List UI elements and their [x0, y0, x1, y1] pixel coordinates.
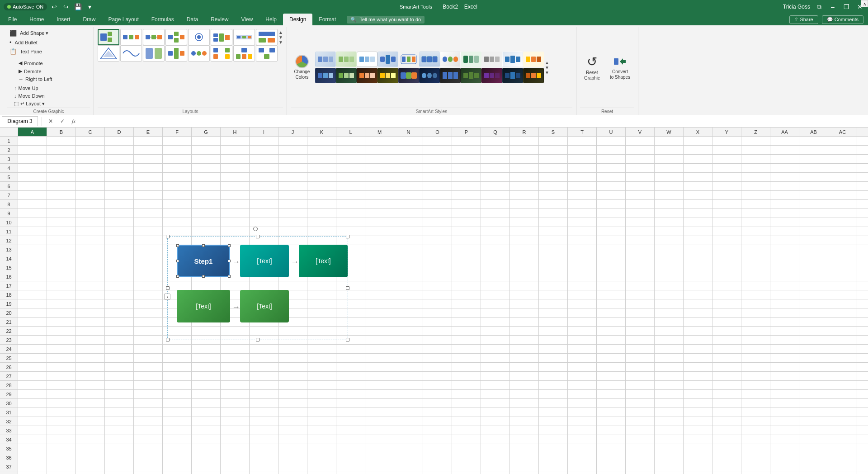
- col-header-M[interactable]: M: [365, 128, 394, 136]
- row-num-21[interactable]: 21: [0, 318, 18, 327]
- col-header-D[interactable]: D: [105, 128, 134, 136]
- style-12[interactable]: [315, 68, 336, 83]
- style-13[interactable]: [336, 68, 357, 83]
- style-18[interactable]: [440, 68, 461, 83]
- node-handle-tm[interactable]: [202, 244, 205, 247]
- style-20[interactable]: [481, 68, 502, 83]
- node-handle-ml[interactable]: [176, 260, 179, 262]
- smartart-container[interactable]: ‹ Step1: [167, 236, 348, 340]
- row-num-28[interactable]: 28: [0, 381, 18, 390]
- row-num-25[interactable]: 25: [0, 354, 18, 363]
- node4[interactable]: [Text]: [177, 290, 230, 322]
- col-header-G[interactable]: G: [192, 128, 221, 136]
- minimize-btn[interactable]: –: [828, 2, 837, 11]
- row-num-12[interactable]: 12: [0, 236, 18, 245]
- node-handle-mr[interactable]: [228, 260, 231, 262]
- col-header-F[interactable]: F: [163, 128, 192, 136]
- row-num-26[interactable]: 26: [0, 363, 18, 372]
- layouts-more[interactable]: ▼: [278, 40, 283, 45]
- col-header-B[interactable]: B: [47, 128, 76, 136]
- col-header-C[interactable]: C: [76, 128, 105, 136]
- col-header-J[interactable]: J: [278, 128, 307, 136]
- col-header-H[interactable]: H: [221, 128, 250, 136]
- layouts-scroll-up[interactable]: ▲: [278, 30, 283, 35]
- node-handle-bm[interactable]: [202, 275, 205, 278]
- row-num-31[interactable]: 31: [0, 408, 18, 417]
- style-22[interactable]: [523, 68, 544, 83]
- convert-to-shapes-btn[interactable]: Convertto Shapes: [606, 52, 634, 82]
- node-handle-bl[interactable]: [176, 275, 179, 278]
- save-btn[interactable]: 💾: [73, 2, 82, 11]
- formula-input[interactable]: [80, 118, 866, 124]
- tab-help[interactable]: Help: [259, 14, 283, 25]
- row-num-4[interactable]: 4: [0, 164, 18, 173]
- col-header-AB[interactable]: AB: [799, 128, 828, 136]
- layout-item-15[interactable]: [233, 45, 255, 62]
- layout-item-12[interactable]: [165, 45, 187, 62]
- tab-page-layout[interactable]: Page Layout: [102, 14, 145, 25]
- row-num-19[interactable]: 19: [0, 299, 18, 308]
- style-19[interactable]: [461, 68, 481, 83]
- autosave-badge[interactable]: AutoSave ON: [4, 3, 47, 10]
- style-2[interactable]: [336, 52, 357, 67]
- col-header-V[interactable]: V: [626, 128, 655, 136]
- layout-item-4[interactable]: [165, 29, 187, 45]
- style-5[interactable]: [398, 52, 419, 67]
- row-num-18[interactable]: 18: [0, 290, 18, 299]
- node-handle-br[interactable]: [228, 275, 231, 278]
- layout-item-1[interactable]: [98, 29, 119, 45]
- search-bar[interactable]: 🔍 Tell me what you want to do: [347, 16, 425, 24]
- redo-btn[interactable]: ↪: [61, 2, 71, 11]
- col-header-L[interactable]: L: [336, 128, 365, 136]
- row-num-15[interactable]: 15: [0, 263, 18, 272]
- node-handle-tr[interactable]: [228, 244, 231, 247]
- col-header-K[interactable]: K: [307, 128, 336, 136]
- row-num-2[interactable]: 2: [0, 146, 18, 155]
- layout-item-5[interactable]: [188, 29, 210, 45]
- row-num-14[interactable]: 14: [0, 254, 18, 263]
- row-num-32[interactable]: 32: [0, 417, 18, 426]
- col-header-U[interactable]: U: [597, 128, 626, 136]
- confirm-formula-btn[interactable]: ✓: [57, 117, 67, 125]
- col-header-Z[interactable]: Z: [741, 128, 770, 136]
- maximize-btn[interactable]: ❐: [842, 2, 851, 11]
- layout-item-10[interactable]: [120, 45, 142, 62]
- add-shape-btn[interactable]: ⬛ Add Shape ▾: [7, 29, 51, 38]
- row-num-17[interactable]: 17: [0, 281, 18, 290]
- row-num-5[interactable]: 5: [0, 173, 18, 182]
- layout-btn[interactable]: ⬚ ↵ Layout ▾: [12, 100, 47, 108]
- col-header-P[interactable]: P: [452, 128, 481, 136]
- tab-data[interactable]: Data: [180, 14, 204, 25]
- layout-item-3[interactable]: [143, 29, 165, 45]
- ribbon-display-btn[interactable]: ⧉: [815, 2, 824, 11]
- text-pane-btn[interactable]: 📋 Text Pane: [7, 47, 44, 56]
- change-colors-btn[interactable]: ChangeColors: [291, 52, 313, 82]
- row-num-13[interactable]: 13: [0, 245, 18, 254]
- cancel-formula-btn[interactable]: ✕: [46, 117, 56, 125]
- col-header-Q[interactable]: Q: [481, 128, 510, 136]
- tab-file[interactable]: File: [2, 14, 23, 25]
- layout-item-16[interactable]: [256, 45, 278, 62]
- style-11[interactable]: [523, 52, 544, 67]
- node5[interactable]: [Text]: [240, 290, 289, 322]
- row-num-3[interactable]: 3: [0, 155, 18, 164]
- move-down-btn[interactable]: ↓ Move Down: [12, 92, 47, 100]
- row-num-38[interactable]: 38: [0, 471, 18, 474]
- row-num-24[interactable]: 24: [0, 345, 18, 354]
- tab-home[interactable]: Home: [23, 14, 50, 25]
- row-num-7[interactable]: 7: [0, 191, 18, 200]
- col-header-A[interactable]: A: [18, 128, 47, 136]
- row-num-29[interactable]: 29: [0, 390, 18, 399]
- row-num-35[interactable]: 35: [0, 444, 18, 453]
- styles-scroll-up[interactable]: ▲: [545, 60, 549, 65]
- row-num-23[interactable]: 23: [0, 336, 18, 345]
- row-num-33[interactable]: 33: [0, 426, 18, 435]
- add-bullet-btn[interactable]: • Add Bullet: [7, 38, 40, 47]
- demote-btn[interactable]: ▶ Demote: [16, 67, 54, 75]
- step1-node[interactable]: Step1: [177, 245, 230, 277]
- row-num-10[interactable]: 10: [0, 218, 18, 227]
- styles-scroll-down[interactable]: ▼: [545, 65, 549, 70]
- layout-item-2[interactable]: [120, 29, 142, 45]
- node2[interactable]: [Text]: [240, 245, 289, 277]
- col-header-R[interactable]: R: [510, 128, 539, 136]
